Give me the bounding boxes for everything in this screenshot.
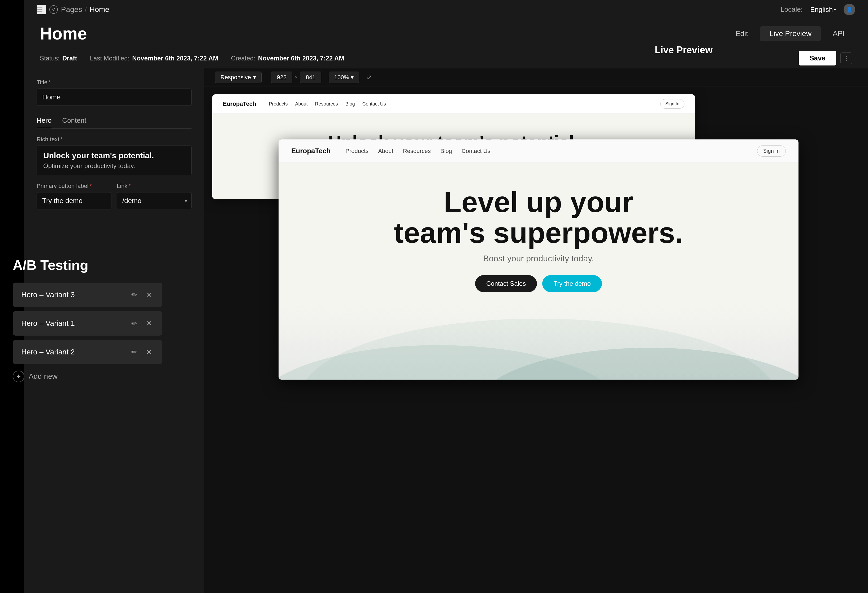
primary-button-label: Primary button label*: [37, 182, 111, 190]
refresh-icon[interactable]: ↺: [49, 5, 58, 14]
preview-width-input[interactable]: [271, 72, 292, 83]
save-button[interactable]: Save: [799, 51, 836, 65]
status-label: Status:: [40, 54, 60, 62]
zoom-label: 100%: [334, 74, 349, 81]
variant-delete-1[interactable]: ✕: [144, 319, 154, 328]
title-field-label: Title*: [37, 79, 192, 86]
breadcrumb: Pages / Home: [61, 5, 109, 14]
add-new-button[interactable]: + Add new: [13, 368, 58, 384]
variant-actions-1: ✏ ✕: [130, 319, 154, 328]
modified-label: Last Modified:: [90, 54, 130, 62]
pc2-try-demo-button[interactable]: Try the demo: [542, 275, 602, 292]
wave-svg: [279, 305, 799, 380]
breadcrumb-home[interactable]: Home: [89, 5, 109, 14]
link-select-wrapper: /demo /about /contact: [117, 192, 192, 209]
more-button[interactable]: ⋮: [840, 53, 852, 64]
variant-delete-2[interactable]: ✕: [144, 347, 154, 357]
pc2-nav-products[interactable]: Products: [345, 148, 369, 155]
top-bar: ↺ Pages / Home Locale: English 👤: [24, 0, 868, 19]
created-item: Created: November 6th 2023, 7:22 AM: [231, 54, 344, 62]
pc2-wave: [279, 305, 799, 380]
pc2-contact-sales-button[interactable]: Contact Sales: [475, 275, 537, 292]
tab-hero[interactable]: Hero: [37, 113, 52, 128]
live-preview-floating-label: Live Preview: [655, 44, 713, 56]
preview-mode-chevron: ▾: [253, 74, 256, 81]
avatar[interactable]: 👤: [844, 4, 855, 15]
modified-value: November 6th 2023, 7:22 AM: [132, 54, 218, 62]
pc1-logo-suffix: Tech: [243, 100, 256, 107]
dim-separator: ×: [294, 74, 298, 81]
pc1-nav: EuropaTech Products About Resources Blog…: [212, 94, 695, 114]
ab-testing-title: A/B Testing: [13, 257, 162, 273]
rich-text-main: Unlock your team's potential.: [43, 151, 185, 160]
pc1-logo-prefix: Europa: [223, 100, 243, 107]
created-value: November 6th 2023, 7:22 AM: [258, 54, 344, 62]
variant-edit-2[interactable]: ✏: [130, 347, 139, 357]
api-button[interactable]: API: [825, 26, 852, 41]
top-bar-right: Locale: English 👤: [781, 4, 855, 15]
status-bar: Status: Draft Last Modified: November 6t…: [24, 48, 868, 68]
variant-item-1: Hero – Variant 1 ✏ ✕: [13, 311, 162, 335]
add-new-circle-icon: +: [13, 371, 24, 382]
live-preview-button[interactable]: Live Preview: [760, 26, 821, 41]
add-new-label: Add new: [29, 372, 58, 381]
locale-select[interactable]: English: [809, 5, 837, 14]
status-value: Draft: [62, 54, 77, 62]
page-title: Home: [40, 24, 728, 43]
title-input[interactable]: [37, 88, 192, 106]
pc2-nav-contact[interactable]: Contact Us: [462, 148, 490, 155]
rich-text-label: Rich text*: [37, 136, 192, 143]
pc1-nav-links: Products About Resources Blog Contact Us: [269, 101, 661, 107]
status-item: Status: Draft: [40, 54, 77, 62]
rich-text-area[interactable]: Unlock your team's potential. Optimize y…: [37, 146, 192, 175]
edit-button[interactable]: Edit: [728, 26, 756, 41]
primary-button-input[interactable]: [37, 192, 111, 209]
pc2-nav-resources[interactable]: Resources: [403, 148, 431, 155]
pc1-nav-blog[interactable]: Blog: [345, 101, 355, 107]
breadcrumb-sep1: /: [85, 5, 87, 14]
variant-delete-3[interactable]: ✕: [144, 290, 154, 300]
zoom-chevron: ▾: [351, 74, 354, 81]
variant-item-2: Hero – Variant 2 ✏ ✕: [13, 340, 162, 364]
expand-icon[interactable]: ⤢: [367, 74, 372, 81]
ab-testing-section: A/B Testing Hero – Variant 3 ✏ ✕ Hero – …: [0, 257, 175, 384]
variant-actions-2: ✏ ✕: [130, 347, 154, 357]
pc2-nav-blog[interactable]: Blog: [440, 148, 452, 155]
zoom-button[interactable]: 100% ▾: [329, 72, 359, 83]
pc2-nav-about[interactable]: About: [378, 148, 393, 155]
variant-edit-3[interactable]: ✏: [130, 290, 139, 300]
tab-content[interactable]: Content: [62, 113, 86, 128]
preview-card-2: EuropaTech Products About Resources Blog…: [279, 140, 799, 380]
pc2-signin-button[interactable]: Sign In: [757, 145, 786, 157]
menu-icon[interactable]: [37, 5, 46, 14]
status-bar-right: Save ⋮: [799, 51, 852, 65]
preview-height-input[interactable]: [300, 72, 321, 83]
pc1-signin-button[interactable]: Sign In: [660, 99, 684, 109]
pc2-logo: EuropaTech: [291, 147, 331, 155]
primary-button-field: Primary button label*: [37, 182, 111, 209]
pc2-hero-sub: Boost your productivity today.: [300, 254, 777, 263]
preview-toolbar: Responsive ▾ × 100% ▾ ⤢: [204, 68, 868, 87]
tabs-row: Hero Content: [37, 113, 192, 129]
pc1-nav-contact[interactable]: Contact Us: [362, 101, 386, 107]
pc1-nav-products[interactable]: Products: [269, 101, 288, 107]
link-field: Link* /demo /about /contact: [117, 182, 192, 209]
pc2-logo-prefix: Europa: [291, 147, 315, 155]
pc1-nav-about[interactable]: About: [295, 101, 308, 107]
pc2-hero: Level up your team's superpowers. Boost …: [279, 163, 799, 305]
modified-item: Last Modified: November 6th 2023, 7:22 A…: [90, 54, 218, 62]
pc2-nav: EuropaTech Products About Resources Blog…: [279, 140, 799, 163]
rich-text-sub: Optimize your productivity today.: [43, 162, 185, 170]
page-header: Home Edit Live Preview API: [24, 19, 868, 48]
variant-name-3: Hero – Variant 3: [21, 291, 75, 299]
link-field-label: Link*: [117, 182, 192, 190]
top-bar-left: ↺ Pages / Home: [37, 5, 781, 14]
pc1-nav-resources[interactable]: Resources: [315, 101, 338, 107]
pc2-hero-title-line1: Level up your: [444, 185, 633, 218]
variant-edit-1[interactable]: ✏: [130, 319, 139, 328]
breadcrumb-pages[interactable]: Pages: [61, 5, 82, 14]
preview-dims: ×: [271, 72, 321, 83]
preview-mode-button[interactable]: Responsive ▾: [215, 72, 261, 83]
link-select[interactable]: /demo /about /contact: [117, 192, 192, 209]
pc2-hero-title-line2: team's superpowers.: [394, 216, 683, 249]
